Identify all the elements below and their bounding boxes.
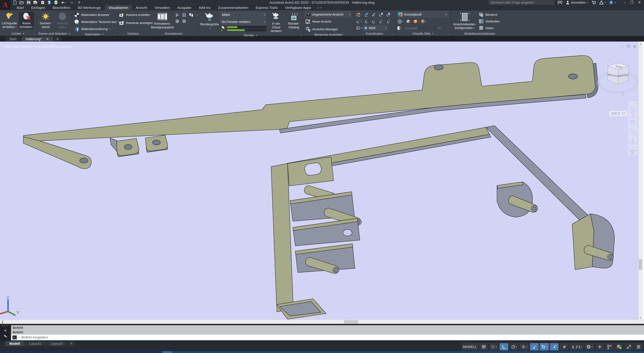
file-tab-halterung[interactable]: Halterung* ✕	[22, 36, 53, 41]
clean-screen-plus-button[interactable]	[595, 343, 604, 351]
coordinate-system-select[interactable]: Welt▾	[362, 25, 388, 31]
viewport-restore-button[interactable]: Holen	[478, 25, 500, 31]
search-icon[interactable]	[557, 0, 563, 5]
panel-label-sonne[interactable]: Sonne und Standort▼ ⌟	[36, 31, 72, 36]
material-browser-button[interactable]: Materialien-Browser	[74, 11, 110, 18]
new-view-button[interactable]: Neue Ansicht	[305, 18, 332, 25]
undo-icon[interactable]	[61, 0, 67, 5]
viewport-controls-label[interactable]: [-][Benutzerdefinierte Ansicht][Konzeptu…	[2, 44, 72, 48]
isolate-objects-button[interactable]	[605, 343, 614, 351]
wcs-dropdown[interactable]: WKS	[609, 110, 628, 117]
hidden-style-icon[interactable]	[404, 18, 412, 25]
signin-dropdown-icon[interactable]: ▾	[587, 1, 588, 4]
panel-label-lichter[interactable]: Lichter▼ ⌟	[0, 31, 36, 36]
viewport-join-button[interactable]: Verbinden	[478, 18, 500, 25]
materials-textures-off-button[interactable]: Materialien/ Texturen aus▾	[74, 18, 120, 25]
model-space-button[interactable]: MODELL	[461, 343, 478, 351]
vertical-scrollbar[interactable]: ▲ ▼	[638, 41, 642, 320]
record-animation-icon[interactable]	[175, 19, 180, 23]
restore-button[interactable]: ❐	[630, 0, 634, 5]
ucs-world-icon[interactable]	[385, 11, 392, 18]
panel-launcher-icon[interactable]: ⌟	[70, 32, 71, 35]
help-search-input[interactable]	[489, 0, 554, 5]
help-button[interactable]: ? ▾	[609, 0, 616, 5]
autodesk-360-button[interactable]: ▾	[599, 0, 606, 5]
redo-icon[interactable]	[69, 0, 75, 5]
walk-dropdown-icon[interactable]: ▾	[196, 14, 198, 16]
ortho-mode-button[interactable]	[500, 343, 508, 351]
ucs-object-icon[interactable]	[370, 18, 377, 24]
tab-ansicht[interactable]: Ansicht	[132, 5, 151, 10]
pause-animation-icon[interactable]	[182, 13, 186, 17]
panel-label-ansichten[interactable]: Benannte Ansichten	[304, 33, 354, 36]
wireframe-style-icon[interactable]: ▾	[397, 18, 404, 25]
ucs-origin-icon[interactable]	[362, 11, 370, 18]
animation-motion-path-button[interactable]: Animations-Bewegungspfad	[150, 11, 174, 30]
visual-style-select[interactable]: Konzeptuell▾	[397, 11, 448, 17]
tab-add-ins[interactable]: Add-ins	[195, 5, 214, 10]
ucs-z-icon[interactable]: Z	[377, 18, 385, 24]
application-menu-button[interactable]: A	[0, 0, 10, 10]
panel-label-fenster[interactable]: Modellansichtsfenster	[451, 31, 509, 36]
render-size-button[interactable]: Rendergröße ▾	[200, 11, 219, 31]
command-input-row[interactable]: >_ ▾ Befehl eingeben	[11, 335, 644, 340]
ucs-3point-icon[interactable]: 3	[385, 18, 392, 24]
tab-verwalten[interactable]: Verwalten	[151, 5, 174, 10]
ucs-icon[interactable]: ▾	[355, 11, 362, 18]
share-icon[interactable]	[47, 0, 51, 5]
horizontal-scrollbar-thumb[interactable]	[344, 320, 358, 324]
drawing-viewport[interactable]: O N RECHTS HINTEN OBEN WKS	[0, 41, 644, 320]
annotation-autoscale-button[interactable]	[560, 343, 568, 351]
ucs-named-icon[interactable]	[377, 11, 385, 18]
drawing-restore-icon[interactable]: ❐	[627, 44, 630, 48]
panel-launcher-icon[interactable]: ⌟	[393, 32, 394, 35]
grid-display-button[interactable]	[480, 343, 488, 351]
drawing-close-icon[interactable]: ✕	[633, 44, 636, 48]
ribbon-display-toggle[interactable]: ▭ ▾	[317, 5, 322, 10]
play-animation-icon[interactable]	[175, 13, 180, 17]
command-recent-dropdown-icon[interactable]: ▾	[18, 336, 20, 339]
stop-animation-icon[interactable]	[182, 19, 186, 23]
opacity-icon[interactable]	[397, 26, 402, 31]
sign-in-button[interactable]: Anmelden ▾	[566, 0, 588, 4]
navigation-bar[interactable]	[628, 101, 638, 156]
polar-tracking-button[interactable]: ▾	[509, 343, 519, 351]
layout-tab-layout2[interactable]: Layout2	[46, 341, 67, 346]
close-button[interactable]: ✕	[638, 0, 641, 5]
panel-launcher-icon[interactable]: ⌟	[448, 32, 450, 35]
annotation-scale-button[interactable]: 2:1 ▾	[569, 343, 584, 351]
workspace-switching-button[interactable]: ▾	[585, 343, 594, 351]
print-icon[interactable]	[54, 0, 58, 5]
tab-verfuegbare-apps[interactable]: Verfügbare Apps	[281, 5, 314, 10]
snap-mode-button[interactable]: ▾	[489, 343, 498, 351]
minimize-button[interactable]: –	[624, 0, 626, 5]
ucs-named-dropdown-icon[interactable]: x▾	[355, 18, 362, 24]
walk-navigate-icon[interactable]	[189, 13, 194, 17]
object-snap-tracking-button[interactable]	[530, 343, 539, 351]
tab-zusammenarbeiten[interactable]: Zusammenarbeiten	[214, 5, 252, 10]
viewport-named-button[interactable]: Benannt	[478, 11, 500, 18]
ucs-previous-icon[interactable]	[362, 18, 370, 24]
drawing-minimize-icon[interactable]: –	[621, 44, 623, 48]
tab-start[interactable]: Start	[13, 5, 28, 10]
shaded-style-icon[interactable]: ▾	[412, 18, 420, 25]
annotation-visibility-button[interactable]	[550, 343, 559, 351]
panel-launcher-icon[interactable]: ⌟	[114, 33, 116, 35]
command-input-placeholder[interactable]: Befehl eingeben	[21, 335, 48, 340]
viewport-configuration-button[interactable]: Ansichtsfenster-konfiguration▾	[452, 11, 477, 31]
no-shadows-button[interactable]: Keine Schatten▾	[18, 11, 34, 30]
view-manager-button[interactable]: Ansichts-Manager	[305, 26, 338, 33]
close-drawing-icon[interactable]: ✕	[46, 37, 49, 41]
tab-3d-werkzeuge[interactable]: 3D-Werkzeuge	[74, 5, 105, 10]
command-customize-wrench-icon[interactable]	[3, 334, 8, 338]
scroll-down-icon[interactable]: ▼	[638, 316, 643, 320]
show-cameras-button[interactable]: Kameras anzeigen	[118, 19, 153, 26]
ucs-display-icon[interactable]: ▾	[355, 25, 362, 31]
layout-tab-layout1[interactable]: Layout1	[25, 341, 46, 346]
app-store-cart-icon[interactable]	[592, 0, 596, 5]
panel-label-stile[interactable]: Visuelle Stile▼ ⌟	[396, 31, 450, 36]
plot-icon[interactable]	[40, 0, 45, 5]
save-as-icon[interactable]	[33, 0, 38, 5]
save-icon[interactable]	[26, 0, 31, 5]
panel-label-koordinaten[interactable]: Koordinaten ⌟	[354, 31, 395, 36]
